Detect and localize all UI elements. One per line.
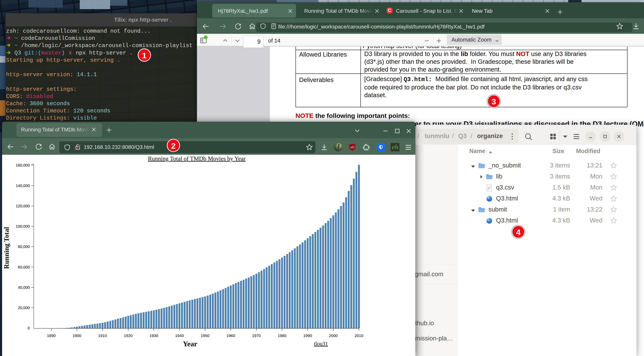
svg-text:100,000: 100,000 <box>16 224 30 228</box>
svg-text:160,000: 160,000 <box>16 163 30 167</box>
svg-text:1970: 1970 <box>252 334 261 338</box>
svg-text:1890: 1890 <box>47 334 56 338</box>
svg-text:60,000: 60,000 <box>18 265 30 269</box>
svg-text:20,000: 20,000 <box>18 306 30 310</box>
svg-text:Year: Year <box>183 340 197 348</box>
svg-text:Running Total: Running Total <box>3 227 10 269</box>
svg-text:2010: 2010 <box>354 334 363 338</box>
svg-text:tlou31: tlou31 <box>314 340 328 347</box>
svg-text:80,000: 80,000 <box>18 244 30 249</box>
svg-text:1980: 1980 <box>278 334 286 338</box>
svg-text:1940: 1940 <box>175 334 184 338</box>
svg-text:2000: 2000 <box>329 334 338 338</box>
svg-text:0: 0 <box>28 326 30 330</box>
svg-text:Running Total of TMDb Movies b: Running Total of TMDb Movies by Year <box>148 155 246 162</box>
svg-text:40,000: 40,000 <box>18 285 30 290</box>
svg-text:uO: uO <box>350 146 354 149</box>
svg-text:1930: 1930 <box>150 334 158 338</box>
svg-text:140,000: 140,000 <box>16 184 30 188</box>
svg-text:1950: 1950 <box>201 334 210 338</box>
svg-text:1960: 1960 <box>226 334 235 338</box>
svg-text:1900: 1900 <box>72 334 81 338</box>
svg-text:1920: 1920 <box>124 334 132 338</box>
svg-text:1990: 1990 <box>303 334 312 338</box>
svg-text:1910: 1910 <box>98 334 107 338</box>
svg-text:120,000: 120,000 <box>16 204 30 208</box>
